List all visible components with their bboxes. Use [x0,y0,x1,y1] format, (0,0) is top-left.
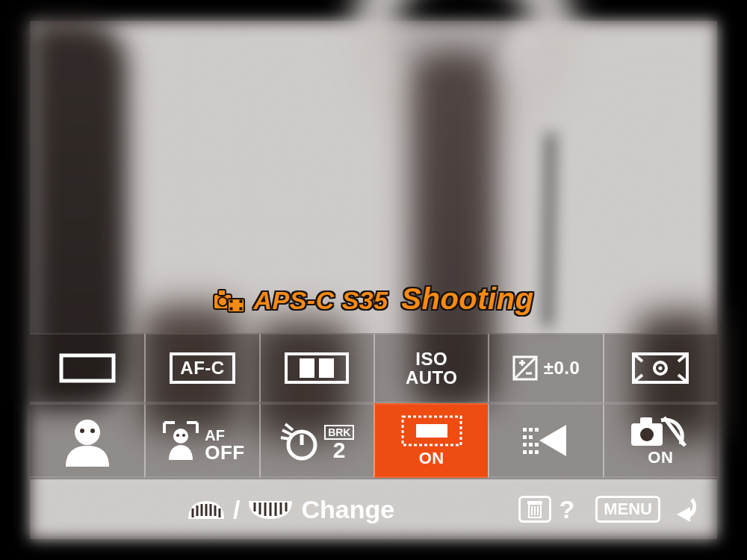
svg-rect-32 [529,428,533,432]
hint-menu-back[interactable]: MENU [595,495,698,523]
svg-rect-4 [230,300,232,302]
hint-change: / Change [187,495,394,524]
fn-metering-mode[interactable] [603,333,717,403]
svg-rect-1 [218,290,226,296]
svg-point-19 [659,366,663,370]
svg-rect-43 [640,417,652,425]
peaking-icon [515,417,577,464]
menu-button-label: MENU [595,496,660,523]
iso-bottom: AUTO [406,368,458,387]
touch-shutter-icon [627,414,694,450]
svg-rect-31 [523,428,527,432]
fn-face-eye-af[interactable]: AF OFF [144,403,258,478]
current-setting-title: APS-C S35 Shooting [30,282,717,316]
touch-state: ON [648,449,673,466]
svg-rect-34 [523,435,527,439]
svg-marker-30 [539,425,566,456]
svg-point-24 [176,434,179,437]
fn-selftimer-bracket[interactable]: BRK 2 [259,403,374,478]
svg-rect-39 [523,450,527,454]
trash-icon [518,496,551,523]
svg-point-21 [80,429,84,433]
change-label: Change [301,495,394,524]
svg-rect-41 [535,450,539,454]
svg-line-13 [515,358,535,378]
iso-top: ISO [406,349,458,368]
svg-rect-29 [416,424,447,438]
svg-rect-33 [535,428,539,432]
camera-lcd-frame: APS-C S35 Shooting AF-C [30,21,717,539]
svg-point-23 [173,429,188,444]
svg-rect-38 [535,443,539,447]
faceaf-bottom: OFF [205,443,245,463]
help-symbol: ? [559,495,574,524]
fn-menu-grid: AF-C ISO AUTO [30,333,717,479]
svg-point-44 [640,428,654,441]
single-shot-icon [55,349,120,387]
setting-title-b: Shooting [401,282,533,315]
fn-face-priority[interactable] [30,403,144,478]
hint-help[interactable]: ? [518,495,574,524]
face-eye-af-icon [160,418,202,463]
back-arrow-icon [668,495,698,523]
brk-count: 2 [324,438,354,462]
svg-rect-35 [529,435,533,439]
svg-point-20 [75,420,100,445]
footer-hints: / Change ? MENU [30,479,717,539]
face-icon [58,414,117,467]
fn-touch-shutter[interactable]: ON [603,403,717,478]
svg-rect-6 [240,300,242,302]
svg-rect-5 [230,308,232,310]
setting-title-a: APS-C S35 [253,286,388,314]
rear-dial-icon [247,498,294,520]
focus-mode-box-icon: AF-C [170,352,235,383]
svg-rect-11 [319,358,334,378]
fn-exposure-comp[interactable]: ±0.0 [488,333,602,403]
apsc-state: ON [419,449,444,467]
fn-drive-mode[interactable] [30,333,144,403]
self-timer-icon [279,420,320,461]
fn-peaking[interactable] [488,403,602,478]
exposure-comp-icon [512,355,538,381]
svg-rect-37 [529,443,533,447]
svg-rect-47 [527,501,542,504]
svg-rect-9 [286,354,347,382]
faceaf-top: AF [205,428,245,443]
ev-value: ±0.0 [544,358,580,377]
svg-point-22 [90,429,95,433]
fn-iso[interactable]: ISO AUTO [374,333,488,403]
photo-video-icon [213,287,246,314]
multi-metering-icon [624,348,696,388]
svg-rect-40 [529,450,533,454]
svg-rect-8 [61,355,114,381]
svg-rect-10 [300,358,314,378]
front-dial-icon [187,498,226,520]
svg-rect-7 [240,308,242,310]
iso-label: ISO AUTO [406,349,458,387]
svg-point-25 [182,434,185,437]
wide-area-icon [282,348,352,388]
fn-apsc-s35[interactable]: ON [374,403,488,478]
sensor-crop-icon [400,414,464,448]
focus-mode-label: AF-C [180,358,224,377]
fn-focus-area[interactable] [259,333,374,403]
svg-rect-36 [523,443,527,447]
fn-focus-mode[interactable]: AF-C [144,333,258,403]
